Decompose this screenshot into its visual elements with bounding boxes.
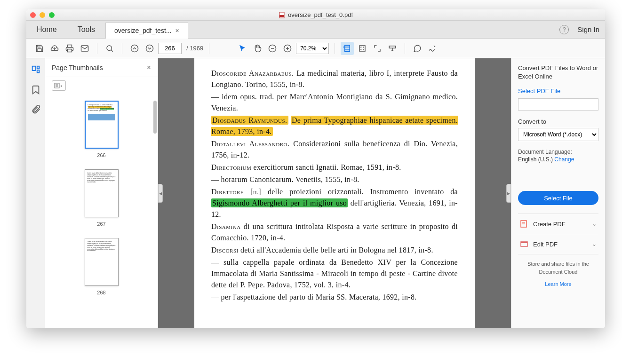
cloud-upload-icon[interactable] bbox=[48, 42, 61, 55]
svg-rect-21 bbox=[37, 66, 39, 69]
document-view[interactable]: ◀ ▶ Dioscoride Anazarbaeus. La medicinal… bbox=[158, 58, 511, 328]
svg-point-7 bbox=[146, 45, 153, 52]
tab-bar: Home Tools oversize_pdf_test... × ? Sign… bbox=[26, 21, 605, 39]
convert-to-label: Convert to bbox=[518, 118, 598, 125]
zoom-out-icon[interactable] bbox=[266, 42, 279, 55]
page-total-label: / 1969 bbox=[186, 45, 203, 52]
learn-more-link[interactable]: Learn More bbox=[518, 280, 598, 288]
content-area: Page Thumbnails × Lorem ipsum dolor sit … bbox=[26, 58, 605, 328]
fit-page-icon[interactable] bbox=[356, 42, 369, 55]
minimize-window-button[interactable] bbox=[40, 12, 45, 18]
entry-text: detti all'Accademia delle belle arti in … bbox=[239, 246, 433, 254]
thumbnails-panel: Page Thumbnails × Lorem ipsum dolor sit … bbox=[45, 58, 158, 328]
read-mode-icon[interactable] bbox=[386, 42, 399, 55]
titlebar: oversize_pdf_test_0.pdf bbox=[26, 9, 605, 21]
comment-icon[interactable] bbox=[411, 42, 424, 55]
sign-in-button[interactable]: Sign In bbox=[577, 25, 599, 33]
zoom-select[interactable]: 70.2% bbox=[296, 43, 329, 54]
entry-author: Direttore [il] bbox=[211, 188, 261, 196]
fit-width-icon[interactable] bbox=[341, 42, 354, 55]
tab-home[interactable]: Home bbox=[26, 21, 67, 38]
pdf-page: Dioscoride Anazarbaeus. La medicinal mat… bbox=[194, 58, 475, 328]
edit-pdf-label: Edit PDF bbox=[533, 241, 558, 248]
help-icon[interactable]: ? bbox=[559, 25, 569, 34]
zoom-in-icon[interactable] bbox=[281, 42, 294, 55]
page-down-icon[interactable] bbox=[143, 42, 156, 55]
thumbnail-item[interactable]: Lorem ipsum dolor sit amet consectetur. … bbox=[45, 101, 158, 158]
right-panel: Convert PDF Files to Word or Excel Onlin… bbox=[511, 58, 605, 328]
sign-icon[interactable] bbox=[426, 42, 439, 55]
thumbnails-rail-icon[interactable] bbox=[31, 65, 41, 75]
entry-author: Disamina bbox=[211, 222, 241, 230]
search-icon[interactable] bbox=[103, 42, 116, 55]
tab-tools[interactable]: Tools bbox=[67, 21, 105, 38]
thumbnail-page-number: 267 bbox=[97, 221, 105, 227]
entry-author: Diotallevi Alessandro. bbox=[211, 140, 290, 148]
svg-rect-22 bbox=[37, 70, 39, 73]
select-file-button[interactable]: Select File bbox=[518, 191, 598, 205]
svg-rect-2 bbox=[68, 49, 72, 52]
thumbnails-close-icon[interactable]: × bbox=[147, 63, 151, 72]
thumbnail-item[interactable]: Lorem ipsum dolor sit amet consectetur a… bbox=[45, 238, 158, 295]
app-window: oversize_pdf_test_0.pdf Home Tools overs… bbox=[26, 9, 605, 328]
thumbnail-preview: Lorem ipsum dolor sit amet consectetur. … bbox=[85, 101, 119, 149]
entry-author: Dioscoride Anazarbaeus. bbox=[211, 69, 294, 77]
svg-rect-17 bbox=[389, 46, 396, 48]
tab-document-label: oversize_pdf_test... bbox=[114, 27, 171, 34]
close-window-button[interactable] bbox=[30, 12, 36, 18]
left-rail bbox=[26, 58, 45, 328]
email-icon[interactable] bbox=[78, 42, 91, 55]
collapse-left-handle[interactable]: ◀ bbox=[158, 184, 163, 203]
svg-point-4 bbox=[107, 46, 112, 51]
toolbar: / 1969 70.2% bbox=[26, 39, 605, 58]
entry-author: Directorium bbox=[211, 163, 251, 171]
page-up-icon[interactable] bbox=[128, 42, 141, 55]
svg-rect-31 bbox=[521, 242, 527, 243]
pointer-icon[interactable] bbox=[236, 42, 249, 55]
chevron-down-icon: ⌄ bbox=[592, 241, 597, 247]
thumbnails-list[interactable]: Lorem ipsum dolor sit amet consectetur. … bbox=[45, 94, 158, 328]
fullscreen-icon[interactable] bbox=[371, 42, 384, 55]
svg-point-6 bbox=[131, 45, 138, 52]
tab-close-icon[interactable]: × bbox=[175, 27, 179, 34]
thumbnail-item[interactable]: Lorem ipsum dolor sit amet consectetur a… bbox=[45, 169, 158, 227]
doc-language-label: Document Language: bbox=[518, 149, 598, 155]
edit-pdf-icon bbox=[520, 240, 528, 248]
thumbnails-scrollbar[interactable] bbox=[153, 101, 157, 134]
edit-pdf-tool[interactable]: Edit PDF ⌄ bbox=[518, 234, 598, 254]
svg-rect-20 bbox=[32, 66, 35, 71]
hand-icon[interactable] bbox=[251, 42, 264, 55]
entry-author: Diosdadus Raymundus. bbox=[212, 116, 287, 124]
thumbnails-options-button[interactable] bbox=[52, 80, 66, 91]
collapse-right-handle[interactable]: ▶ bbox=[506, 184, 511, 203]
entry-text: — sulla cappella papale ordinata da Bene… bbox=[211, 257, 458, 291]
bookmark-rail-icon[interactable] bbox=[31, 85, 41, 95]
panel-footer: Store and share files in the Document Cl… bbox=[518, 254, 598, 288]
doc-language-value: English (U.S.) Change bbox=[518, 156, 598, 163]
tab-document[interactable]: oversize_pdf_test... × bbox=[105, 22, 188, 39]
attachment-rail-icon[interactable] bbox=[31, 104, 41, 115]
svg-line-19 bbox=[434, 46, 435, 47]
selected-file-box[interactable] bbox=[518, 98, 598, 111]
convert-format-select[interactable]: Microsoft Word (*.docx) bbox=[518, 128, 598, 141]
thumbnail-preview: Lorem ipsum dolor sit amet consectetur a… bbox=[85, 169, 119, 217]
zoom-window-button[interactable] bbox=[49, 12, 55, 18]
chevron-down-icon: ⌄ bbox=[592, 221, 597, 227]
entry-text: — idem opus. trad. per Marc'Antonio Mont… bbox=[211, 91, 458, 114]
entry-text: delle proiezioni orizzontali. Instroment… bbox=[261, 188, 458, 196]
window-title-text: oversize_pdf_test_0.pdf bbox=[288, 11, 353, 18]
entry-highlighted: Sigismondo Alberghetti per il miglior us… bbox=[211, 198, 348, 207]
create-pdf-tool[interactable]: Create PDF ⌄ bbox=[518, 214, 598, 234]
save-icon[interactable] bbox=[33, 42, 46, 55]
svg-rect-1 bbox=[279, 15, 284, 17]
thumbnail-page-number: 268 bbox=[97, 290, 105, 295]
print-icon[interactable] bbox=[63, 42, 76, 55]
export-title: Convert PDF Files to Word or Excel Onlin… bbox=[518, 64, 598, 81]
page-number-input[interactable] bbox=[158, 43, 182, 54]
thumbnails-title: Page Thumbnails bbox=[52, 64, 103, 71]
entry-author: Discorsi bbox=[211, 246, 239, 254]
create-pdf-label: Create PDF bbox=[533, 221, 566, 228]
svg-rect-16 bbox=[359, 46, 365, 51]
select-pdf-link[interactable]: Select PDF File bbox=[518, 87, 598, 95]
change-language-link[interactable]: Change bbox=[554, 156, 574, 163]
